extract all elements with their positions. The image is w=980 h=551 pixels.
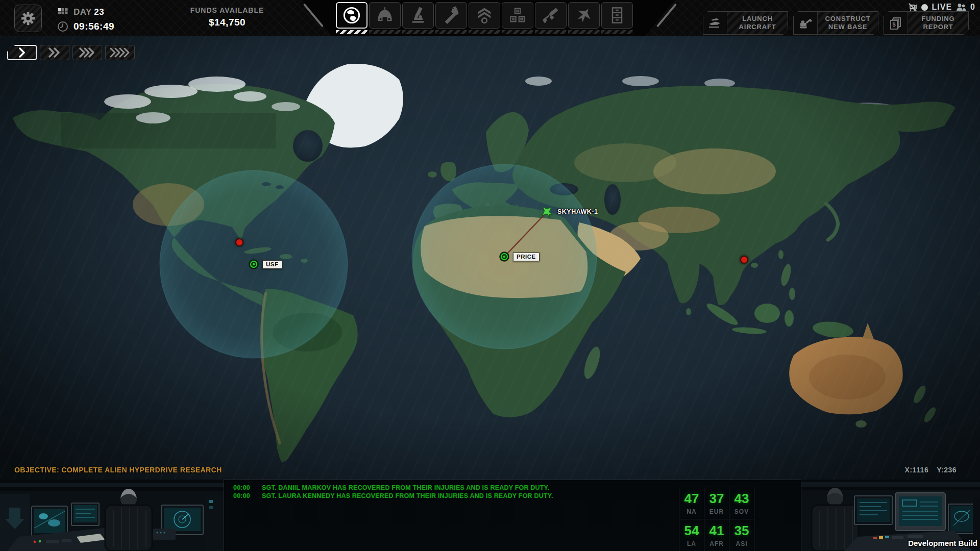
time-speed-3-button[interactable] [72, 45, 102, 60]
stat-label: NA [687, 508, 696, 515]
wrench-icon [442, 6, 460, 24]
time-controls [7, 45, 135, 60]
tab-geoscape[interactable] [336, 2, 368, 34]
base-icon [249, 259, 259, 269]
command-center-scene-left [0, 480, 225, 551]
time-speed-2-button[interactable] [40, 45, 69, 60]
gear-icon [20, 11, 36, 26]
tab-stores[interactable] [502, 2, 533, 34]
base-icon [499, 252, 509, 262]
stat-value: 35 [734, 523, 749, 539]
svg-text:$: $ [893, 21, 896, 28]
log-text: SGT. DANIIL MARKOV HAS RECOVERED FROM TH… [262, 484, 549, 492]
globe-icon [342, 6, 361, 24]
contact-dot-2[interactable] [740, 256, 748, 264]
fighter-jet-icon [575, 6, 593, 24]
geoscape-screen: USF PRICE SKYHAWK-1 OBJECTIVE: COMPLETE … [0, 0, 980, 551]
day-label: DAY [74, 7, 92, 17]
button-label-line2: REPORT [923, 23, 953, 31]
region-funding-stats: 47 NA 37 EUR 43 SOV 54 LA 41 AFR [679, 487, 754, 551]
stat-cell-asi: 35 ASI [729, 519, 754, 551]
chevron-speed-3-icon [79, 47, 96, 58]
tab-research[interactable] [402, 2, 434, 34]
world-map[interactable]: USF PRICE SKYHAWK-1 OBJECTIVE: COMPLETE … [0, 36, 980, 480]
tab-aircraft[interactable] [568, 2, 600, 34]
stat-label: EUR [709, 508, 724, 515]
stat-cell-sov: 43 SOV [729, 487, 754, 519]
live-indicator-dot [921, 4, 928, 11]
button-label-line2: NEW BASE [828, 23, 867, 31]
chevron-speed-4-icon [109, 47, 131, 58]
event-log-panel[interactable]: 00:00 SGT. DANIIL MARKOV HAS RECOVERED F… [224, 480, 801, 551]
button-label-line1: FUNDING [922, 15, 955, 23]
contact-dot-1[interactable] [235, 238, 243, 246]
calendar-icon [57, 7, 68, 18]
cursor-x: X:1116 [905, 466, 929, 474]
funding-report-button[interactable]: $ FUNDING REPORT [884, 11, 969, 35]
chevron-speed-2-icon [48, 47, 61, 58]
viewer-count: 0 [970, 3, 975, 12]
tab-base[interactable] [369, 2, 401, 34]
funds-label: FUNDS AVAILABLE [168, 6, 286, 14]
dev-build-label: Development Build [908, 539, 977, 547]
stat-label: ASI [736, 540, 747, 547]
base-marker-price[interactable]: PRICE [499, 252, 540, 262]
aircraft-marker-skyhawk-1[interactable]: SKYHAWK-1 [540, 205, 598, 219]
rifle-icon [542, 6, 560, 24]
tab-engineering[interactable] [435, 2, 467, 34]
stat-value: 54 [684, 523, 699, 539]
top-bar: DAY 23 09:56:49 FUNDS AVAILABLE $14,750 [0, 0, 980, 36]
stat-cell-la: 54 LA [679, 519, 704, 551]
microscope-icon [409, 6, 427, 24]
time-speed-4-button[interactable] [105, 45, 135, 60]
action-buttons: LAUNCH AIRCRAFT CONSTRUCT NEW BASE [703, 11, 969, 35]
stat-label: SOV [734, 508, 749, 515]
log-time: 00:00 [233, 492, 262, 500]
base-dome-icon [376, 6, 394, 24]
stat-value: 41 [709, 523, 724, 539]
tab-armory[interactable] [535, 2, 567, 34]
settings-button[interactable] [14, 5, 42, 32]
day-value: 23 [94, 7, 104, 17]
world-map-graphic [0, 36, 980, 480]
stat-value: 43 [734, 491, 749, 507]
broadcast-muted-icon [908, 3, 917, 12]
aircraft-launch-icon [708, 16, 722, 30]
construct-new-base-button[interactable]: CONSTRUCT NEW BASE [793, 11, 878, 35]
time-speed-1-button[interactable] [7, 45, 37, 60]
stat-value: 47 [684, 491, 699, 507]
base-label: PRICE [513, 253, 540, 261]
rank-chevrons-icon [475, 6, 494, 24]
cursor-y: Y:236 [937, 466, 957, 474]
stat-label: LA [687, 540, 696, 547]
cursor-coordinates: X:1116 Y:236 [905, 466, 957, 474]
file-cabinet-icon [608, 6, 626, 24]
main-toolbar [336, 2, 633, 34]
live-label: LIVE [932, 3, 952, 12]
objective-text: OBJECTIVE: COMPLETE ALIEN HYPERDRIVE RES… [14, 466, 222, 474]
chevron-speed-1-icon [18, 47, 26, 58]
bottom-strip: 00:00 SGT. DANIIL MARKOV HAS RECOVERED F… [0, 480, 980, 551]
button-label-line1: CONSTRUCT [825, 15, 871, 23]
date-time-display: DAY 23 09:56:49 [57, 6, 114, 33]
log-text: SGT. LAURA KENNEDY HAS RECOVERED FROM TH… [262, 492, 553, 500]
aircraft-label: SKYHAWK-1 [557, 208, 598, 215]
stat-value: 37 [709, 491, 724, 507]
launch-aircraft-button[interactable]: LAUNCH AIRCRAFT [703, 11, 788, 35]
funds-display: FUNDS AVAILABLE $14,750 [168, 6, 286, 28]
tab-archives[interactable] [601, 2, 633, 34]
stream-status: LIVE 0 [908, 3, 975, 12]
clock-icon [57, 21, 68, 32]
base-marker-usf[interactable]: USF [249, 259, 282, 269]
viewers-icon [956, 3, 966, 11]
excavator-icon [798, 16, 813, 30]
button-label-line1: LAUNCH [742, 15, 773, 23]
dollar-report-icon: $ [889, 16, 902, 30]
funds-value: $14,750 [168, 17, 286, 28]
tab-soldiers[interactable] [469, 2, 500, 34]
stat-cell-eur: 37 EUR [704, 487, 729, 519]
button-label-line2: AIRCRAFT [739, 23, 776, 31]
stat-cell-na: 47 NA [679, 487, 704, 519]
aircraft-icon [537, 202, 557, 222]
log-time: 00:00 [233, 484, 262, 492]
